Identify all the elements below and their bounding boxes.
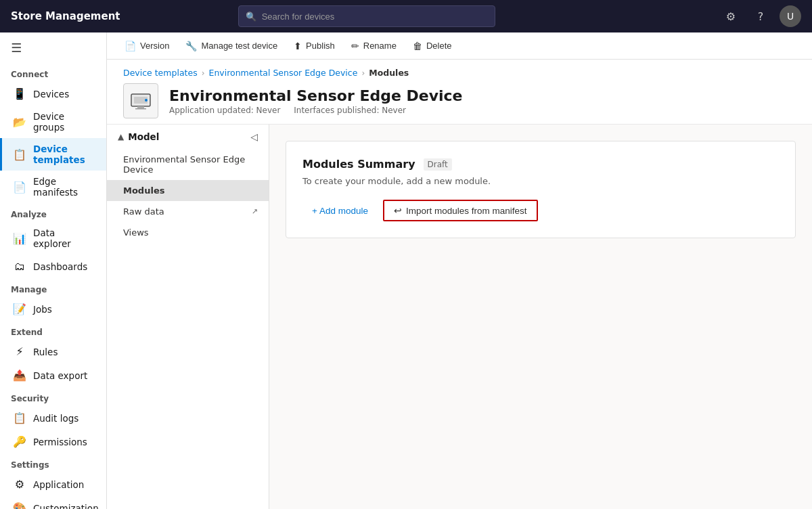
sidebar-item-data-explorer[interactable]: 📊 Data explorer (0, 222, 106, 255)
jobs-icon: 📝 (13, 303, 26, 315)
section-connect: Connect (0, 63, 106, 82)
sidebar-item-devices[interactable]: 📱 Devices (0, 82, 106, 106)
sidebar-item-label-edge-manifests: Edge manifests (33, 176, 95, 198)
manage-test-device-label: Manage test device (201, 41, 277, 51)
section-analyze: Analyze (0, 203, 106, 222)
modules-header: Modules Summary Draft (302, 158, 779, 171)
import-icon: ↩ (394, 205, 402, 216)
expand-icon: ↗ (252, 207, 258, 216)
chevron-up-icon: ▲ (118, 132, 124, 141)
left-nav-raw-data-label: Raw data (123, 206, 164, 217)
sidebar-item-label-dashboards: Dashboards (33, 261, 87, 272)
device-icon (123, 83, 158, 118)
data-export-icon: 📤 (13, 369, 26, 382)
section-extend: Extend (0, 321, 106, 340)
svg-rect-3 (135, 108, 146, 110)
device-templates-icon: 📋 (13, 148, 26, 161)
sidebar-item-device-templates[interactable]: 📋 Device templates (0, 138, 106, 171)
sidebar-item-permissions[interactable]: 🔑 Permissions (0, 430, 106, 453)
rename-label: Rename (363, 41, 397, 51)
hamburger-menu[interactable]: ☰ (0, 32, 106, 63)
devices-icon: 📱 (13, 87, 26, 100)
search-bar[interactable]: 🔍 (238, 5, 495, 27)
sidebar-item-label-application: Application (33, 479, 84, 490)
model-label: Model (128, 131, 159, 142)
publish-button[interactable]: ⬆ Publish (287, 38, 342, 54)
sidebar-item-label-customization: Customization (33, 503, 99, 510)
left-nav-modules-label: Modules (123, 185, 164, 196)
rename-icon: ✏ (351, 41, 359, 51)
main-content-panel: Modules Summary Draft To create your mod… (269, 125, 812, 509)
device-groups-icon: 📂 (13, 116, 26, 129)
delete-label: Delete (426, 41, 452, 51)
app-title: Store Management (11, 10, 120, 22)
modules-title: Modules Summary (302, 158, 415, 171)
modules-description: To create your module, add a new module. (302, 176, 779, 186)
sidebar-item-label-permissions: Permissions (33, 437, 87, 447)
dashboards-icon: 🗂 (13, 260, 26, 273)
sidebar-item-device-groups[interactable]: 📂 Device groups (0, 106, 106, 138)
version-button[interactable]: 📄 Version (118, 38, 176, 54)
add-module-button[interactable]: + Add module (302, 202, 378, 220)
device-header: Environmental Sensor Edge Device Applica… (123, 83, 796, 118)
sidebar-item-label-data-export: Data export (33, 370, 87, 381)
sidebar-item-label-data-explorer: Data explorer (33, 227, 95, 249)
permissions-icon: 🔑 (13, 435, 26, 448)
left-nav-model-header: ▲ Model ◁ (107, 125, 269, 149)
modules-actions: + Add module ↩ Import modules from manif… (302, 200, 779, 221)
section-settings: Settings (0, 453, 106, 472)
svg-point-4 (145, 99, 148, 102)
sidebar-item-label-device-templates: Device templates (33, 143, 95, 165)
avatar[interactable]: U (780, 5, 801, 27)
draft-badge: Draft (424, 158, 452, 171)
main-layout: ☰ Connect 📱 Devices 📂 Device groups 📋 De… (0, 32, 812, 509)
left-nav-raw-data[interactable]: Raw data ↗ (107, 201, 269, 222)
sidebar-item-label-devices: Devices (33, 89, 69, 99)
content-area: 📄 Version 🔧 Manage test device ⬆ Publish… (107, 32, 812, 509)
device-info: Environmental Sensor Edge Device Applica… (169, 87, 463, 115)
device-meta: Application updated: Never Interfaces pu… (169, 106, 463, 115)
settings-button[interactable]: ⚙ (720, 5, 742, 27)
sidebar-item-edge-manifests[interactable]: 📄 Edge manifests (0, 171, 106, 203)
sidebar-item-jobs[interactable]: 📝 Jobs (0, 297, 106, 321)
sidebar-item-customization[interactable]: 🎨 Customization (0, 496, 106, 509)
sidebar-item-dashboards[interactable]: 🗂 Dashboards (0, 255, 106, 278)
import-modules-button[interactable]: ↩ Import modules from manifest (383, 200, 538, 221)
device-title: Environmental Sensor Edge Device (169, 87, 463, 104)
rename-button[interactable]: ✏ Rename (344, 38, 403, 54)
breadcrumb: Device templates › Environmental Sensor … (123, 68, 796, 78)
delete-button[interactable]: 🗑 Delete (406, 38, 459, 54)
collapse-icon[interactable]: ◁ (250, 131, 258, 142)
publish-icon: ⬆ (294, 41, 302, 51)
sidebar-item-audit-logs[interactable]: 📋 Audit logs (0, 406, 106, 430)
sidebar-item-application[interactable]: ⚙ Application (0, 472, 106, 496)
page-header: Device templates › Environmental Sensor … (107, 60, 812, 125)
publish-label: Publish (306, 41, 335, 51)
breadcrumb-sep-2: › (361, 68, 365, 78)
left-nav-views[interactable]: Views (107, 222, 269, 243)
svg-rect-2 (137, 106, 144, 108)
left-nav-env-sensor-label: Environmental Sensor Edge Device (123, 154, 245, 175)
sidebar-item-label-jobs: Jobs (33, 304, 52, 315)
modules-card: Modules Summary Draft To create your mod… (286, 141, 796, 238)
version-icon: 📄 (125, 41, 136, 51)
rules-icon: ⚡ (13, 345, 26, 358)
import-label: Import modules from manifest (406, 206, 527, 216)
breadcrumb-env-sensor[interactable]: Environmental Sensor Edge Device (208, 68, 357, 78)
sidebar: ☰ Connect 📱 Devices 📂 Device groups 📋 De… (0, 32, 107, 509)
left-nav-panel: ▲ Model ◁ Environmental Sensor Edge Devi… (107, 125, 269, 509)
delete-icon: 🗑 (413, 41, 422, 51)
sidebar-item-data-export[interactable]: 📤 Data export (0, 363, 106, 387)
left-nav-env-sensor[interactable]: Environmental Sensor Edge Device (107, 149, 269, 180)
version-label: Version (140, 41, 169, 51)
help-button[interactable]: ? (750, 5, 771, 27)
breadcrumb-device-templates[interactable]: Device templates (123, 68, 198, 78)
device-meta-app-updated: Application updated: Never (169, 106, 280, 115)
manage-test-device-button[interactable]: 🔧 Manage test device (179, 38, 284, 54)
sidebar-item-rules[interactable]: ⚡ Rules (0, 340, 106, 363)
left-nav-modules[interactable]: Modules (107, 180, 269, 201)
left-nav-views-label: Views (123, 227, 149, 238)
search-input[interactable] (262, 12, 488, 22)
section-manage: Manage (0, 278, 106, 297)
edge-manifests-icon: 📄 (13, 181, 26, 194)
